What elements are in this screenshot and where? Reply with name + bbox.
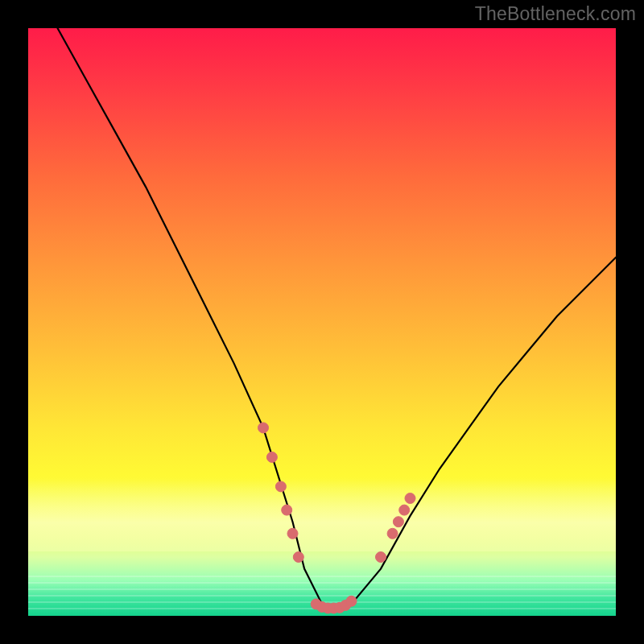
curve-marker-dot xyxy=(393,517,403,527)
curve-marker-dot xyxy=(275,481,286,492)
curve-svg xyxy=(28,28,616,616)
curve-marker-dot xyxy=(387,528,398,539)
curve-marker-dot xyxy=(405,493,415,504)
curve-marker-dot xyxy=(258,423,269,433)
curve-marker-dot xyxy=(376,552,386,563)
chart-frame: TheBottleneck.com xyxy=(0,0,644,644)
curve-marker-dot xyxy=(346,596,357,606)
curve-marker-dot xyxy=(282,505,292,515)
curve-marker-dot xyxy=(399,505,410,515)
curve-marker-dot xyxy=(287,528,298,539)
watermark-text: TheBottleneck.com xyxy=(475,3,636,25)
bottleneck-curve-path xyxy=(58,28,617,610)
curve-marker-dot xyxy=(266,452,277,462)
marker-group xyxy=(258,423,416,613)
plot-area xyxy=(28,28,616,616)
curve-marker-dot xyxy=(293,552,303,563)
